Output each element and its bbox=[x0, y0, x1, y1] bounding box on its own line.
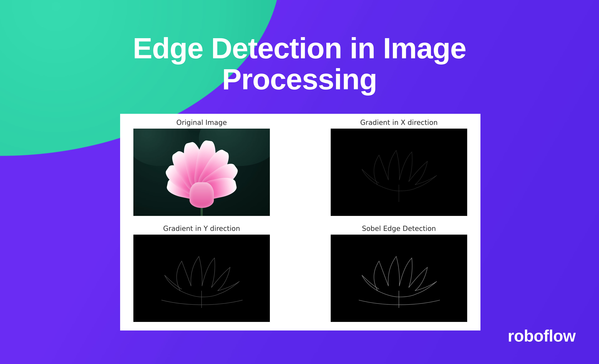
gradient-x-image bbox=[331, 129, 467, 216]
roboflow-watermark: roboflow bbox=[508, 327, 576, 345]
original-image bbox=[133, 129, 270, 216]
figure-label: Sobel Edge Detection bbox=[362, 225, 436, 233]
figure-cell-gradient-x: Gradient in X direction bbox=[327, 119, 471, 218]
sobel-image bbox=[331, 235, 467, 322]
figure-label: Gradient in X direction bbox=[360, 119, 438, 126]
edge-outline-icon bbox=[133, 235, 270, 322]
figure-panel: Original Image Gradi bbox=[120, 114, 480, 330]
figure-label: Original Image bbox=[176, 119, 227, 126]
slide: Edge Detection in ImageProcessing Origin… bbox=[0, 0, 599, 364]
edge-outline-icon bbox=[331, 235, 467, 322]
figure-cell-original: Original Image bbox=[130, 119, 274, 218]
edge-outline-icon bbox=[331, 129, 467, 216]
figure-label: Gradient in Y direction bbox=[163, 225, 240, 233]
figure-cell-sobel: Sobel Edge Detection bbox=[327, 225, 471, 324]
figure-cell-gradient-y: Gradient in Y direction bbox=[130, 225, 274, 324]
gradient-y-image bbox=[133, 235, 270, 322]
slide-title: Edge Detection in ImageProcessing bbox=[0, 33, 599, 95]
